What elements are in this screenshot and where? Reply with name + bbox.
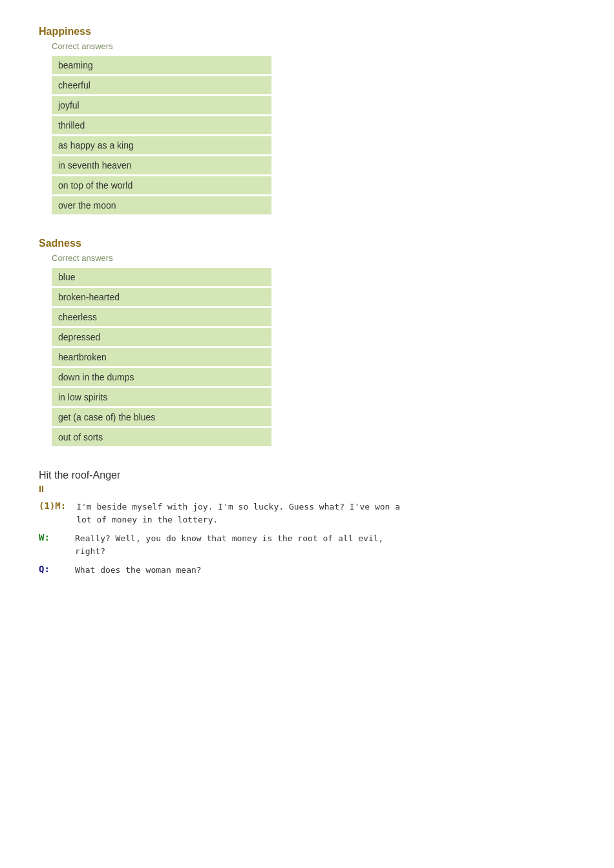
list-item: out of sorts bbox=[52, 428, 271, 446]
dialogue-line: W:Really? Well, you do know that money i… bbox=[39, 532, 575, 557]
happiness-answers-list: beamingcheerfuljoyfulthrilledas happy as… bbox=[52, 56, 271, 214]
list-item: heartbroken bbox=[52, 348, 271, 366]
list-item: cheerless bbox=[52, 308, 271, 326]
happiness-correct-answers-label: Correct answers bbox=[52, 41, 575, 51]
list-item: joyful bbox=[52, 96, 271, 114]
happiness-section: Happiness Correct answers beamingcheerfu… bbox=[39, 26, 575, 214]
dialogue: (1)M:I'm beside myself with joy. I'm so … bbox=[39, 501, 575, 577]
list-item: on top of the world bbox=[52, 176, 271, 194]
sadness-correct-answers-label: Correct answers bbox=[52, 253, 575, 263]
dialogue-speaker: (1)M: bbox=[39, 501, 66, 526]
list-item: depressed bbox=[52, 328, 271, 346]
sadness-section: Sadness Correct answers bluebroken-heart… bbox=[39, 238, 575, 446]
list-item: down in the dumps bbox=[52, 368, 271, 386]
dialogue-speaker: Q: bbox=[39, 564, 65, 577]
list-item: beaming bbox=[52, 56, 271, 74]
list-item: in low spirits bbox=[52, 388, 271, 406]
hit-the-roof-section: Hit the roof-Anger II (1)M:I'm beside my… bbox=[39, 470, 575, 577]
list-item: cheerful bbox=[52, 76, 271, 94]
list-item: broken-hearted bbox=[52, 288, 271, 306]
dialogue-line: Q:What does the woman mean? bbox=[39, 564, 575, 577]
dialogue-text: I'm beside myself with joy. I'm so lucky… bbox=[76, 501, 400, 526]
list-item: in seventh heaven bbox=[52, 156, 271, 174]
dialogue-text: Really? Well, you do know that money is … bbox=[75, 532, 383, 557]
list-item: blue bbox=[52, 268, 271, 286]
sadness-title: Sadness bbox=[39, 238, 575, 249]
roman-numeral: II bbox=[39, 484, 575, 494]
dialogue-speaker: W: bbox=[39, 532, 65, 557]
list-item: as happy as a king bbox=[52, 136, 271, 154]
happiness-title: Happiness bbox=[39, 26, 575, 37]
sadness-answers-list: bluebroken-heartedcheerlessdepressedhear… bbox=[52, 268, 271, 446]
list-item: over the moon bbox=[52, 196, 271, 214]
list-item: get (a case of) the blues bbox=[52, 408, 271, 426]
list-item: thrilled bbox=[52, 116, 271, 134]
dialogue-text: What does the woman mean? bbox=[75, 564, 202, 577]
hit-the-roof-title: Hit the roof-Anger bbox=[39, 470, 575, 481]
dialogue-line: (1)M:I'm beside myself with joy. I'm so … bbox=[39, 501, 575, 526]
